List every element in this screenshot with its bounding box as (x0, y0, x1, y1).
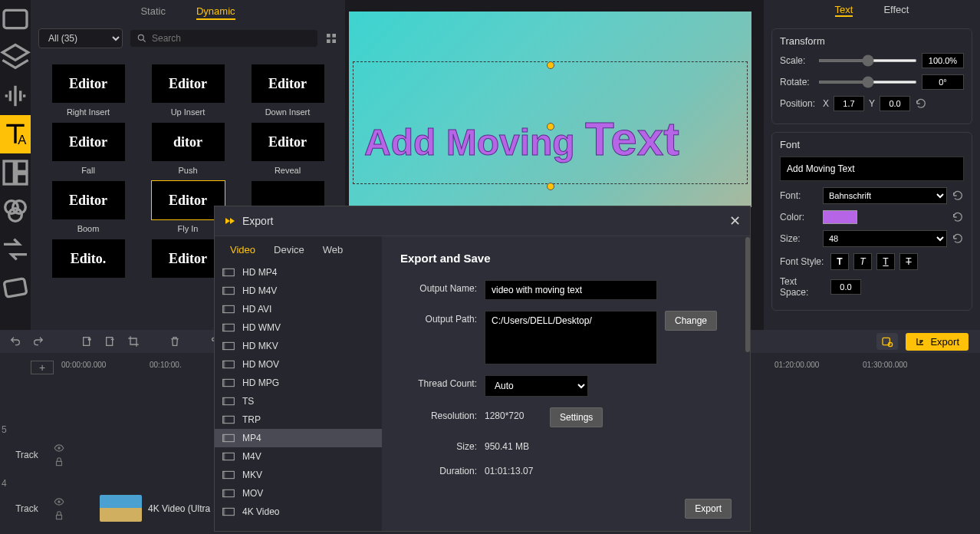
svg-point-17 (88, 338, 91, 341)
modal-export-button[interactable]: Export (685, 499, 732, 519)
asset-item-1[interactable]: EditorUp Insert (138, 64, 238, 117)
asset-label: Up Insert (138, 107, 238, 117)
reset-font-icon[interactable] (952, 190, 964, 202)
italic-button[interactable]: T (853, 253, 872, 270)
crop-icon[interactable] (127, 335, 140, 348)
grid-view-icon[interactable] (325, 32, 337, 44)
tool-text[interactable]: A (0, 115, 31, 153)
format-hd-m4v[interactable]: HD M4V (215, 282, 382, 300)
format-hd-mpg[interactable]: HD MPG (215, 374, 382, 392)
mark-in-icon[interactable] (81, 335, 94, 348)
modal-tab-device[interactable]: Device (274, 244, 304, 255)
strikethrough-button[interactable]: T (899, 253, 918, 270)
rotate-slider[interactable] (818, 81, 917, 84)
rotate-value[interactable] (922, 74, 964, 90)
tool-audio[interactable] (0, 77, 31, 115)
scale-slider[interactable] (818, 59, 917, 62)
y-label: Y (869, 98, 875, 109)
font-select[interactable]: Bahnschrift (823, 187, 947, 204)
tab-text[interactable]: Text (835, 4, 853, 17)
undo-icon[interactable] (9, 335, 21, 348)
format-ts[interactable]: TS (215, 392, 382, 410)
position-y[interactable] (880, 96, 910, 111)
format-hd-mkv[interactable]: HD MKV (215, 337, 382, 355)
format-mov[interactable]: MOV (215, 484, 382, 503)
export-logo-icon (224, 215, 236, 227)
asset-tabs: Static Dynamic (31, 0, 345, 24)
add-track-button[interactable]: + (31, 361, 54, 374)
lock-icon-2[interactable] (54, 510, 64, 521)
search-icon (136, 33, 147, 44)
change-path-button[interactable]: Change (665, 311, 717, 331)
right-tabs: Text Effect (771, 0, 972, 21)
underline-button[interactable]: T (876, 253, 895, 270)
reset-size-icon[interactable] (952, 232, 964, 245)
visibility-icon-2[interactable] (54, 496, 64, 507)
preview-canvas[interactable]: Add Moving Text (349, 12, 751, 207)
modal-close-button[interactable]: ✕ (729, 213, 741, 229)
text-content-input[interactable] (780, 157, 964, 181)
format-4k-video[interactable]: 4K Video (215, 503, 382, 521)
size-select[interactable]: 48 (823, 230, 947, 247)
asset-item-0[interactable]: EditorRight Insert (38, 64, 138, 117)
output-name-label: Output Name: (400, 280, 477, 294)
tool-filters[interactable] (0, 192, 31, 230)
export-button[interactable]: Export (906, 333, 968, 351)
settings-button[interactable]: Settings (550, 407, 603, 427)
tool-media[interactable] (0, 0, 31, 38)
tab-dynamic[interactable]: Dynamic (196, 4, 235, 20)
preview-text[interactable]: Add Moving Text (364, 111, 679, 166)
handle-bottom[interactable] (547, 183, 554, 190)
scale-value[interactable] (922, 53, 964, 68)
bold-button[interactable]: T (830, 253, 849, 270)
mark-add-icon[interactable] (104, 335, 117, 348)
delete-icon[interactable] (169, 335, 181, 348)
tool-subtitles[interactable] (0, 269, 31, 307)
format-mp4[interactable]: MP4 (215, 429, 382, 447)
search-input[interactable] (152, 33, 311, 44)
color-swatch[interactable] (823, 210, 857, 224)
format-mkv[interactable]: MKV (215, 466, 382, 484)
handle-top[interactable] (547, 61, 554, 69)
visibility-icon[interactable] (54, 443, 64, 453)
thread-select[interactable]: Auto (485, 375, 588, 397)
tool-transitions[interactable] (0, 230, 31, 269)
tool-templates[interactable] (0, 153, 31, 192)
modal-heading: Export and Save (400, 252, 732, 265)
modal-tab-web[interactable]: Web (323, 244, 344, 255)
format-hd-avi[interactable]: HD AVI (215, 300, 382, 318)
preview-settings-icon[interactable] (876, 333, 898, 350)
tool-layers[interactable] (0, 38, 31, 77)
format-hd-mov[interactable]: HD MOV (215, 355, 382, 374)
asset-item-9[interactable]: Edito. (38, 239, 138, 282)
reset-color-icon[interactable] (952, 211, 964, 223)
format-hd-mp4[interactable]: HD MP4 (215, 263, 382, 282)
format-trp[interactable]: TRP (215, 410, 382, 429)
video-clip[interactable]: 4K Video (Ultra (100, 491, 210, 526)
position-label: Position: (780, 98, 818, 109)
asset-item-4[interactable]: ditorPush (138, 123, 238, 175)
modal-tab-video[interactable]: Video (230, 244, 255, 255)
asset-label: Right Insert (38, 107, 138, 117)
modal-sidebar: Video Device Web HD MP4HD M4VHD AVIHD WM… (215, 236, 382, 531)
asset-filter-select[interactable]: All (35) (38, 28, 123, 48)
output-name-input[interactable] (485, 280, 657, 300)
textspace-value[interactable] (830, 279, 861, 295)
tab-effect[interactable]: Effect (883, 4, 909, 17)
reset-position-icon[interactable] (915, 97, 927, 110)
format-hd-wmv[interactable]: HD WMV (215, 318, 382, 337)
format-m4v[interactable]: M4V (215, 447, 382, 466)
font-section: Font Font: Bahnschrift Color: Size: 48 F… (771, 132, 972, 311)
position-x[interactable] (834, 96, 864, 111)
asset-item-3[interactable]: EditorFall (38, 123, 138, 175)
tab-static[interactable]: Static (140, 4, 166, 20)
asset-thumb: Editor (52, 181, 125, 219)
asset-item-6[interactable]: EditorBoom (38, 181, 138, 233)
asset-item-2[interactable]: EditorDown Insert (238, 64, 337, 117)
asset-item-5[interactable]: EditorReveal (238, 123, 337, 175)
lock-icon[interactable] (54, 457, 64, 467)
redo-icon[interactable] (32, 335, 44, 348)
output-path-input[interactable]: C:/Users/DELL/Desktop/ (485, 311, 657, 364)
svg-rect-22 (57, 461, 62, 465)
font-title: Font (780, 139, 964, 150)
